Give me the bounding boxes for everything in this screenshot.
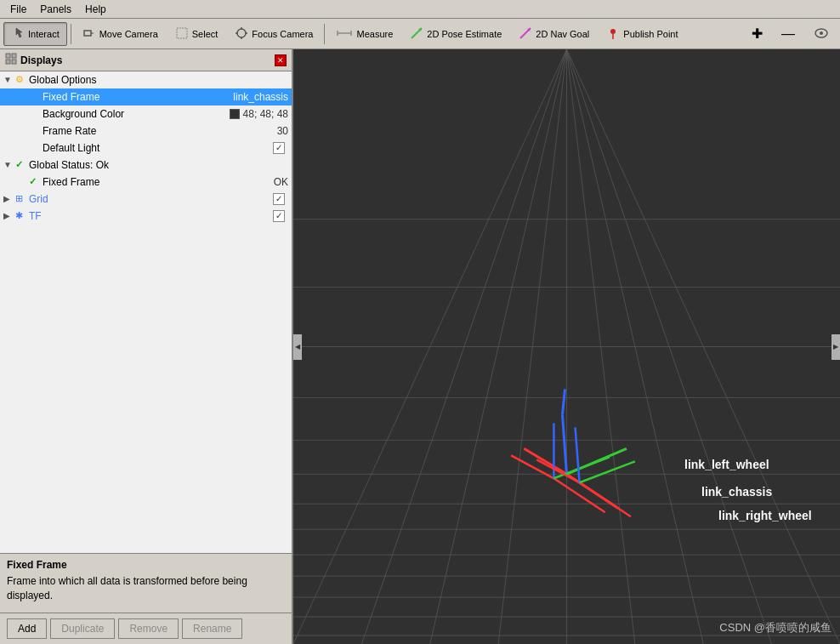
interact-icon (11, 26, 25, 42)
grid-value: ✓ (273, 193, 292, 205)
global-status-check-icon: ✓ (15, 159, 29, 170)
default-light-value: ✓ (273, 142, 292, 154)
color-swatch (230, 109, 240, 119)
focus-camera-button[interactable]: Focus Camera (227, 22, 321, 46)
pose-estimate-label: 2D Pose Estimate (427, 29, 502, 39)
svg-rect-22 (12, 60, 16, 64)
measure-icon (336, 26, 353, 42)
left-arrow-icon: ◀ (295, 343, 300, 350)
fixed-frame-label: Fixed Frame (43, 91, 233, 103)
panel-header: Displays ✕ (0, 49, 292, 71)
frame-rate-value: 30 (277, 125, 292, 137)
menu-help[interactable]: Help (78, 2, 113, 17)
nav-goal-button[interactable]: 2D Nav Goal (511, 22, 597, 46)
fixed-frame-value: link_chassis (233, 91, 292, 103)
panel-title-label: Displays (20, 54, 62, 66)
panel-title: Displays (5, 53, 62, 67)
toolbar: Interact Move Camera Select Focus Camera… (0, 19, 840, 49)
remove-button[interactable]: Remove (118, 618, 179, 639)
status-title: Fixed Frame (7, 559, 285, 571)
svg-line-49 (562, 389, 565, 414)
publish-point-button[interactable]: Publish Point (599, 22, 685, 46)
status-area: Fixed Frame Frame into which all data is… (0, 553, 292, 613)
svg-rect-2 (177, 28, 187, 38)
tree-row-status-fixed-frame[interactable]: ✓ Fixed Frame OK (0, 174, 292, 191)
tree-row-grid[interactable]: ▶ ⊞ Grid ✓ (0, 191, 292, 208)
displays-panel: Displays ✕ ▼ ⚙ Global Options Fixed Fram… (0, 49, 293, 644)
measure-button[interactable]: Measure (328, 22, 400, 46)
tree-row-global-options[interactable]: ▼ ⚙ Global Options (0, 71, 292, 88)
right-arrow-icon: ▶ (833, 343, 838, 350)
svg-line-45 (524, 448, 566, 474)
status-ff-value: OK (274, 176, 292, 188)
eye-icon (814, 26, 829, 42)
duplicate-button[interactable]: Duplicate (50, 618, 115, 639)
select-label: Select (192, 29, 219, 39)
label-link-chassis: link_chassis (701, 485, 772, 499)
tree-row-fixed-frame[interactable]: Fixed Frame link_chassis (0, 88, 292, 105)
tf-icon: ✱ (15, 210, 29, 221)
label-link-right-wheel: link_right_wheel (718, 509, 812, 522)
pose-estimate-button[interactable]: 2D Pose Estimate (402, 22, 509, 46)
rename-button[interactable]: Rename (182, 618, 242, 639)
global-options-label: Global Options (29, 74, 288, 86)
menu-file[interactable]: File (3, 2, 33, 17)
svg-rect-21 (6, 60, 10, 64)
interact-label: Interact (28, 29, 60, 39)
move-camera-button[interactable]: Move Camera (75, 22, 166, 46)
tree-row-tf[interactable]: ▶ ✱ TF ✓ (0, 208, 292, 225)
focus-camera-label: Focus Camera (252, 29, 313, 39)
toolbar-right: ✚ — (744, 22, 837, 46)
svg-marker-1 (91, 32, 94, 34)
nav-goal-icon (519, 26, 532, 42)
expand-icon-global-options: ▼ (3, 75, 15, 84)
view-3d[interactable]: ◀ ▶ (293, 49, 840, 644)
watermark: CSDN @香喷喷的咸鱼 (719, 620, 831, 635)
panel-icon (5, 53, 17, 67)
tree-row-frame-rate[interactable]: Frame Rate 30 (0, 123, 292, 140)
publish-point-icon (606, 26, 620, 42)
toolbar-minus-button[interactable]: — (774, 22, 803, 46)
grid-checkbox[interactable]: ✓ (273, 193, 285, 205)
toolbar-plus-button[interactable]: ✚ (744, 22, 770, 46)
status-ff-label: Fixed Frame (43, 176, 274, 188)
toolbar-eye-button[interactable] (806, 22, 837, 46)
svg-point-15 (610, 29, 616, 34)
tree-row-bg-color[interactable]: Background Color 48; 48; 48 (0, 105, 292, 123)
expand-icon-tf: ▶ (3, 211, 15, 220)
left-collapse-arrow[interactable]: ◀ (293, 334, 302, 360)
bg-color-value: 48; 48; 48 (230, 108, 292, 120)
label-link-left-wheel: link_left_wheel (684, 458, 769, 471)
grid-svg (293, 49, 840, 644)
tree-area[interactable]: ▼ ⚙ Global Options Fixed Frame link_chas… (0, 71, 292, 553)
svg-line-48 (562, 414, 566, 474)
interact-button[interactable]: Interact (3, 22, 67, 46)
tf-checkbox[interactable]: ✓ (273, 210, 285, 222)
default-light-label: Default Light (43, 142, 273, 154)
add-button[interactable]: Add (7, 618, 47, 639)
plus-icon: ✚ (752, 26, 763, 42)
select-button[interactable]: Select (167, 22, 226, 46)
grid-icon: ⊞ (15, 193, 29, 204)
svg-rect-19 (6, 54, 10, 58)
main-layout: Displays ✕ ▼ ⚙ Global Options Fixed Fram… (0, 49, 840, 644)
status-ff-check-icon: ✓ (29, 176, 43, 187)
svg-point-3 (237, 29, 246, 37)
right-collapse-arrow[interactable]: ▶ (831, 334, 840, 360)
menu-bar: File Panels Help (0, 0, 840, 19)
measure-label: Measure (356, 29, 393, 39)
toolbar-sep-2 (324, 24, 325, 44)
panel-close-button[interactable]: ✕ (275, 54, 287, 66)
focus-camera-icon (235, 26, 248, 42)
tree-row-global-status[interactable]: ▼ ✓ Global Status: Ok (0, 157, 292, 174)
svg-rect-20 (12, 54, 16, 58)
move-camera-icon (82, 26, 96, 42)
grid-label: Grid (29, 193, 273, 205)
tree-row-default-light[interactable]: Default Light ✓ (0, 140, 292, 157)
pose-estimate-icon (410, 26, 423, 42)
toolbar-sep-1 (71, 24, 71, 44)
minus-icon: — (781, 26, 795, 42)
default-light-checkbox[interactable]: ✓ (273, 142, 285, 154)
menu-panels[interactable]: Panels (33, 2, 78, 17)
publish-point-label: Publish Point (623, 29, 678, 39)
